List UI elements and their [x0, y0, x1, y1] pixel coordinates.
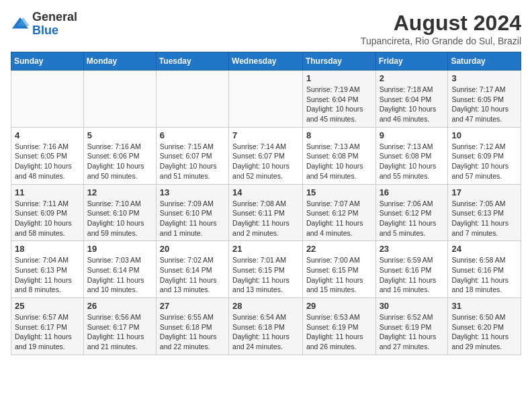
calendar-cell	[156, 71, 228, 128]
calendar-cell: 7Sunrise: 7:14 AMSunset: 6:07 PMDaylight…	[229, 127, 303, 184]
day-number: 12	[87, 187, 152, 197]
calendar-cell: 20Sunrise: 7:02 AMSunset: 6:14 PMDayligh…	[156, 241, 228, 298]
calendar-cell: 13Sunrise: 7:09 AMSunset: 6:10 PMDayligh…	[156, 184, 228, 241]
day-info: Sunrise: 7:15 AMSunset: 6:07 PMDaylight:…	[160, 142, 225, 181]
day-number: 10	[451, 130, 517, 140]
day-number: 9	[380, 130, 445, 140]
logo: General Blue	[11, 11, 77, 38]
calendar-week-row: 1Sunrise: 7:19 AMSunset: 6:04 PMDaylight…	[11, 71, 521, 128]
day-info: Sunrise: 6:55 AMSunset: 6:18 PMDaylight:…	[160, 312, 225, 352]
day-number: 5	[87, 130, 152, 140]
calendar-cell: 27Sunrise: 6:55 AMSunset: 6:18 PMDayligh…	[156, 298, 228, 355]
logo-text: General Blue	[32, 11, 77, 38]
day-info: Sunrise: 7:18 AMSunset: 6:04 PMDaylight:…	[380, 85, 445, 124]
day-info: Sunrise: 7:00 AMSunset: 6:15 PMDaylight:…	[306, 255, 372, 295]
day-info: Sunrise: 7:09 AMSunset: 6:10 PMDaylight:…	[160, 199, 225, 238]
day-number: 27	[160, 301, 225, 311]
calendar-cell: 17Sunrise: 7:05 AMSunset: 6:13 PMDayligh…	[448, 184, 521, 241]
calendar-cell: 4Sunrise: 7:16 AMSunset: 6:05 PMDaylight…	[11, 127, 84, 184]
calendar-cell: 12Sunrise: 7:10 AMSunset: 6:10 PMDayligh…	[83, 184, 156, 241]
day-info: Sunrise: 7:02 AMSunset: 6:14 PMDaylight:…	[160, 255, 225, 295]
day-number: 30	[380, 301, 445, 311]
calendar-cell: 10Sunrise: 7:12 AMSunset: 6:09 PMDayligh…	[448, 127, 521, 184]
day-number: 4	[15, 130, 80, 140]
calendar-cell: 28Sunrise: 6:54 AMSunset: 6:18 PMDayligh…	[229, 298, 303, 355]
day-number: 31	[451, 301, 517, 311]
day-info: Sunrise: 6:54 AMSunset: 6:18 PMDaylight:…	[232, 312, 299, 352]
calendar-cell: 19Sunrise: 7:03 AMSunset: 6:14 PMDayligh…	[83, 241, 156, 298]
calendar-table: SundayMondayTuesdayWednesdayThursdayFrid…	[11, 52, 521, 355]
day-number: 8	[306, 130, 372, 140]
day-number: 23	[380, 244, 445, 254]
day-number: 21	[232, 244, 299, 254]
day-number: 18	[15, 244, 80, 254]
calendar-cell: 16Sunrise: 7:06 AMSunset: 6:12 PMDayligh…	[375, 184, 448, 241]
day-header-friday: Friday	[375, 52, 448, 71]
calendar-cell: 1Sunrise: 7:19 AMSunset: 6:04 PMDaylight…	[302, 71, 375, 128]
day-header-tuesday: Tuesday	[156, 52, 228, 71]
day-number: 1	[306, 73, 372, 83]
day-info: Sunrise: 6:53 AMSunset: 6:19 PMDaylight:…	[306, 312, 372, 352]
day-info: Sunrise: 7:08 AMSunset: 6:11 PMDaylight:…	[232, 199, 299, 238]
month-year: August 2024	[361, 11, 521, 36]
day-number: 6	[160, 130, 225, 140]
day-info: Sunrise: 7:19 AMSunset: 6:04 PMDaylight:…	[306, 85, 372, 124]
calendar-cell: 8Sunrise: 7:13 AMSunset: 6:08 PMDaylight…	[302, 127, 375, 184]
day-header-sunday: Sunday	[11, 52, 84, 71]
day-info: Sunrise: 7:13 AMSunset: 6:08 PMDaylight:…	[380, 142, 445, 181]
day-header-monday: Monday	[83, 52, 156, 71]
day-header-saturday: Saturday	[448, 52, 521, 71]
day-info: Sunrise: 7:10 AMSunset: 6:10 PMDaylight:…	[87, 199, 152, 238]
day-number: 14	[232, 187, 299, 197]
day-number: 26	[87, 301, 152, 311]
day-number: 11	[15, 187, 80, 197]
day-number: 24	[451, 244, 517, 254]
day-info: Sunrise: 7:16 AMSunset: 6:06 PMDaylight:…	[87, 142, 152, 181]
day-header-wednesday: Wednesday	[229, 52, 303, 71]
day-number: 16	[380, 187, 445, 197]
calendar-cell: 2Sunrise: 7:18 AMSunset: 6:04 PMDaylight…	[375, 71, 448, 128]
day-number: 22	[306, 244, 372, 254]
calendar-week-row: 11Sunrise: 7:11 AMSunset: 6:09 PMDayligh…	[11, 184, 521, 241]
calendar-cell: 29Sunrise: 6:53 AMSunset: 6:19 PMDayligh…	[302, 298, 375, 355]
day-number: 15	[306, 187, 372, 197]
calendar-cell: 3Sunrise: 7:17 AMSunset: 6:05 PMDaylight…	[448, 71, 521, 128]
day-info: Sunrise: 7:03 AMSunset: 6:14 PMDaylight:…	[87, 255, 152, 295]
day-info: Sunrise: 7:01 AMSunset: 6:15 PMDaylight:…	[232, 255, 299, 295]
calendar-cell	[11, 71, 84, 128]
day-number: 25	[15, 301, 80, 311]
day-info: Sunrise: 6:57 AMSunset: 6:17 PMDaylight:…	[15, 312, 80, 352]
calendar-cell: 26Sunrise: 6:56 AMSunset: 6:17 PMDayligh…	[83, 298, 156, 355]
day-info: Sunrise: 7:17 AMSunset: 6:05 PMDaylight:…	[451, 85, 517, 124]
page-header: General Blue August 2024 Tupancireta, Ri…	[11, 11, 521, 46]
calendar-cell	[229, 71, 303, 128]
day-number: 20	[160, 244, 225, 254]
calendar-week-row: 18Sunrise: 7:04 AMSunset: 6:13 PMDayligh…	[11, 241, 521, 298]
logo-blue: Blue	[32, 24, 58, 37]
day-info: Sunrise: 6:58 AMSunset: 6:16 PMDaylight:…	[451, 255, 517, 295]
calendar-cell: 14Sunrise: 7:08 AMSunset: 6:11 PMDayligh…	[229, 184, 303, 241]
calendar-cell: 18Sunrise: 7:04 AMSunset: 6:13 PMDayligh…	[11, 241, 84, 298]
logo-general: General	[32, 10, 77, 24]
calendar-cell: 23Sunrise: 6:59 AMSunset: 6:16 PMDayligh…	[375, 241, 448, 298]
day-number: 2	[380, 73, 445, 83]
calendar-cell	[83, 71, 156, 128]
day-header-thursday: Thursday	[302, 52, 375, 71]
calendar-cell: 22Sunrise: 7:00 AMSunset: 6:15 PMDayligh…	[302, 241, 375, 298]
calendar-cell: 25Sunrise: 6:57 AMSunset: 6:17 PMDayligh…	[11, 298, 84, 355]
day-number: 29	[306, 301, 372, 311]
calendar-header-row: SundayMondayTuesdayWednesdayThursdayFrid…	[11, 52, 521, 71]
calendar-cell: 6Sunrise: 7:15 AMSunset: 6:07 PMDaylight…	[156, 127, 228, 184]
day-info: Sunrise: 7:06 AMSunset: 6:12 PMDaylight:…	[380, 199, 445, 238]
location: Tupancireta, Rio Grande do Sul, Brazil	[361, 36, 521, 46]
day-info: Sunrise: 7:12 AMSunset: 6:09 PMDaylight:…	[451, 142, 517, 181]
calendar-cell: 9Sunrise: 7:13 AMSunset: 6:08 PMDaylight…	[375, 127, 448, 184]
day-info: Sunrise: 6:59 AMSunset: 6:16 PMDaylight:…	[380, 255, 445, 295]
calendar-cell: 15Sunrise: 7:07 AMSunset: 6:12 PMDayligh…	[302, 184, 375, 241]
calendar-week-row: 25Sunrise: 6:57 AMSunset: 6:17 PMDayligh…	[11, 298, 521, 355]
day-info: Sunrise: 6:52 AMSunset: 6:19 PMDaylight:…	[380, 312, 445, 352]
title-block: August 2024 Tupancireta, Rio Grande do S…	[361, 11, 521, 46]
calendar-cell: 11Sunrise: 7:11 AMSunset: 6:09 PMDayligh…	[11, 184, 84, 241]
day-number: 19	[87, 244, 152, 254]
day-number: 7	[232, 130, 299, 140]
